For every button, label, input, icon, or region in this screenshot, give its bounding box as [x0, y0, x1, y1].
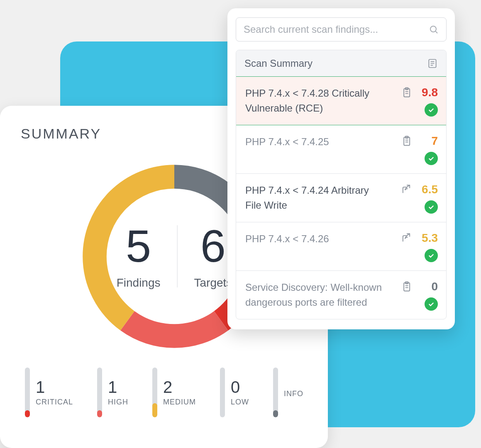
finding-score: 9.8: [419, 86, 438, 99]
status-ok-icon: [425, 103, 438, 117]
finding-row[interactable]: PHP 7.4.x < 7.4.25 7: [236, 125, 446, 173]
bookmark-icon[interactable]: [427, 58, 438, 69]
severity-count: 2: [163, 379, 172, 395]
search-box[interactable]: [236, 17, 447, 41]
findings-count: 5: [126, 223, 151, 269]
check-icon: [427, 106, 435, 114]
finding-meta: 0: [393, 280, 438, 311]
severity-item: 2 MEDIUM: [152, 368, 196, 417]
finding-meta: 6.5: [393, 183, 438, 214]
severity-label: INFO: [284, 390, 303, 398]
finding-row[interactable]: PHP 7.4.x < 7.4.24 Arbitrary File Write …: [236, 173, 446, 222]
severity-item: 1 CRITICAL: [25, 368, 73, 417]
check-icon: [427, 252, 435, 259]
finding-row[interactable]: PHP 7.4.x < 7.4.28 Critically Vulnerable…: [236, 76, 447, 125]
search-icon: [429, 24, 439, 34]
status-ok-icon: [425, 297, 438, 311]
status-ok-icon: [425, 200, 438, 214]
severity-item: 0 LOW: [220, 368, 249, 417]
severity-label: CRITICAL: [36, 398, 73, 407]
findings-label: Findings: [117, 276, 161, 290]
check-icon: [427, 155, 435, 162]
finding-title: PHP 7.4.x < 7.4.26: [245, 231, 387, 246]
clipboard-icon: [400, 135, 412, 147]
finding-score: 5.3: [419, 231, 438, 245]
findings-list: Scan Summary PHP 7.4.x < 7.4.28 Critical…: [236, 50, 447, 319]
severity-item: INFO: [273, 368, 303, 417]
svg-point-4: [430, 26, 436, 32]
status-ok-icon: [425, 249, 438, 262]
finding-title: Service Discovery: Well-known dangerous …: [245, 280, 387, 310]
finding-meta: 9.8: [393, 86, 438, 117]
severity-bar: [152, 368, 157, 417]
severity-bar: [220, 368, 225, 417]
severity-count: 1: [108, 379, 117, 395]
severity-bar: [97, 368, 102, 417]
finding-score: 7: [419, 134, 438, 148]
findings-panel: Scan Summary PHP 7.4.x < 7.4.28 Critical…: [227, 8, 455, 329]
findings-header-label: Scan Summary: [244, 58, 313, 69]
finding-title: PHP 7.4.x < 7.4.28 Critically Vulnerable…: [245, 86, 387, 116]
findings-list-header: Scan Summary: [236, 50, 446, 77]
finding-row[interactable]: PHP 7.4.x < 7.4.26 5.3: [236, 222, 446, 270]
donut-center: 5 Findings 6 Targets: [117, 223, 232, 290]
check-icon: [427, 203, 435, 211]
feather-export-icon: [400, 232, 412, 244]
targets-count: 6: [200, 223, 226, 269]
finding-row[interactable]: Service Discovery: Well-known dangerous …: [236, 270, 446, 319]
finding-title: PHP 7.4.x < 7.4.24 Arbitrary File Write: [245, 183, 387, 213]
finding-meta: 7: [393, 134, 438, 165]
finding-meta: 5.3: [393, 231, 438, 262]
finding-score: 0: [419, 280, 438, 293]
severity-bar: [273, 368, 278, 417]
finding-title: PHP 7.4.x < 7.4.25: [245, 134, 387, 149]
severity-label: MEDIUM: [163, 398, 196, 407]
clipboard-icon: [400, 87, 412, 98]
svg-line-5: [436, 32, 437, 33]
feather-export-icon: [400, 184, 412, 195]
severity-label: LOW: [231, 398, 249, 407]
finding-score: 6.5: [419, 183, 438, 196]
severity-item: 1 HIGH: [97, 368, 128, 417]
divider: [177, 225, 178, 287]
severity-label: HIGH: [108, 398, 128, 407]
severity-bar: [25, 368, 30, 417]
check-icon: [427, 300, 435, 308]
severity-row: 1 CRITICAL 1 HIGH 2 MEDIUM 0 LOW INFO: [21, 368, 311, 417]
severity-count: 0: [231, 379, 240, 395]
clipboard-icon: [400, 281, 412, 292]
status-ok-icon: [425, 152, 438, 165]
severity-count: 1: [36, 379, 45, 395]
search-input[interactable]: [244, 24, 429, 35]
targets-label: Targets: [194, 276, 232, 290]
